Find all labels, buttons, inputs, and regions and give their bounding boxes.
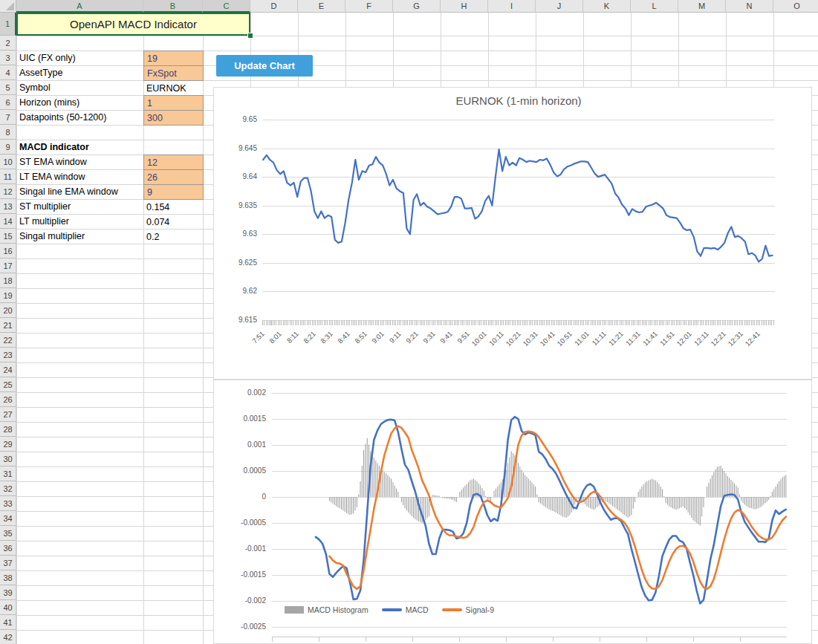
legend-histogram-label: MACD Histogram	[308, 605, 369, 614]
cell-B6[interactable]: 1	[143, 95, 204, 111]
x-axis-tick-band	[262, 320, 775, 325]
update-chart-button[interactable]: Update Chart	[216, 55, 313, 77]
y-axis-label: 9.625	[214, 258, 257, 267]
y-axis-label: 0.0015	[214, 414, 266, 423]
cell-B13[interactable]: 0.154	[143, 199, 204, 215]
gridline	[262, 177, 775, 178]
signal-9-line	[329, 426, 785, 589]
y-axis-label: -0.001	[214, 544, 266, 553]
cell-B3[interactable]: 19	[143, 51, 204, 66]
title-merged-cell[interactable]: OpenAPI MACD Indicator	[16, 13, 250, 36]
cell-B11[interactable]: 26	[143, 169, 204, 185]
cell-B14[interactable]: 0.074	[143, 214, 204, 230]
gridline	[272, 627, 787, 628]
cell-B10[interactable]: 12	[143, 155, 204, 170]
cell-B15[interactable]: 0.2	[143, 229, 204, 244]
cell-A3[interactable]: UIC (FX only)	[16, 51, 143, 65]
y-axis-label: 0.001	[214, 440, 266, 449]
gridline	[272, 393, 787, 394]
price-chart-title: EURNOK (1-min horizon)	[262, 94, 775, 107]
legend-histogram-swatch	[285, 606, 304, 614]
cell-A11[interactable]: LT EMA window	[16, 169, 143, 184]
y-axis-label: 0	[214, 492, 266, 501]
y-axis-label: -0.0025	[214, 622, 266, 631]
gridline	[272, 523, 787, 524]
cell-B4[interactable]: FxSpot	[143, 65, 204, 81]
y-axis-label: 9.645	[214, 144, 257, 152]
macd-chart[interactable]: 0.0020.00150.0010.00050-0.0005-0.001-0.0…	[213, 380, 812, 644]
cell-A7[interactable]: Datapoints (50-1200)	[16, 110, 143, 125]
legend: MACD HistogramMACDSignal-9	[285, 605, 494, 614]
cell-B7[interactable]: 300	[143, 110, 204, 126]
legend-signal-label: Signal-9	[466, 605, 495, 614]
cell-A4[interactable]: AssetType	[16, 65, 143, 80]
legend-macd: MACD	[382, 605, 429, 614]
cell-A14[interactable]: LT multiplier	[16, 214, 143, 229]
cell-A5[interactable]: Symbol	[16, 80, 143, 95]
legend-histogram: MACD Histogram	[285, 605, 369, 614]
y-axis-label: 9.63	[214, 230, 257, 238]
cell-A10[interactable]: ST EMA window	[16, 155, 143, 169]
y-axis-label: 9.64	[214, 172, 257, 180]
gridline	[272, 575, 787, 576]
gridline	[272, 497, 787, 498]
legend-macd-swatch	[382, 608, 402, 611]
gridline	[262, 206, 775, 206]
gridline	[272, 471, 787, 472]
legend-macd-label: MACD	[406, 605, 429, 614]
cell-B5[interactable]: EURNOK	[143, 80, 204, 96]
y-axis-label: 9.635	[214, 201, 257, 209]
gridline	[262, 120, 775, 120]
gridline	[262, 234, 775, 235]
legend-signal: Signal-9	[442, 605, 495, 614]
gridline	[262, 263, 775, 264]
legend-signal-swatch	[442, 608, 462, 611]
selection-fill-handle[interactable]	[247, 33, 253, 39]
y-axis-label: -0.0005	[214, 518, 266, 527]
x-axis-tick-band	[272, 637, 787, 642]
cell-A13[interactable]: ST multiplier	[16, 199, 143, 214]
cell-A9[interactable]: MACD indicator	[16, 140, 143, 155]
cell-A15[interactable]: Singal multiplier	[16, 229, 143, 244]
gridline	[262, 291, 775, 292]
y-axis-label: -0.0015	[214, 570, 266, 579]
y-axis-label: 0.0005	[214, 466, 266, 475]
y-axis-label: 9.62	[214, 287, 257, 295]
macd-histogram-bars	[329, 438, 785, 526]
y-axis-label: 0.002	[214, 388, 266, 397]
cell-A6[interactable]: Horizon (mins)	[16, 95, 143, 110]
excel-window: { "sheet": { "title_cell": { "text": "Op…	[0, 0, 818, 644]
gridline	[262, 149, 775, 149]
cell-A12[interactable]: Singal line EMA window	[16, 184, 143, 199]
gridline	[272, 419, 787, 420]
price-chart[interactable]: EURNOK (1-min horizon)9.659.6459.649.635…	[213, 87, 812, 380]
gridline	[272, 445, 787, 446]
y-axis-label: 9.615	[214, 316, 257, 324]
sheet-title: OpenAPI MACD Indicator	[70, 18, 197, 30]
y-axis-label: -0.002	[214, 596, 266, 605]
y-axis-label: 9.65	[214, 115, 257, 123]
gridline	[272, 549, 787, 550]
cell-B12[interactable]: 9	[143, 184, 204, 200]
gridline	[272, 601, 787, 602]
